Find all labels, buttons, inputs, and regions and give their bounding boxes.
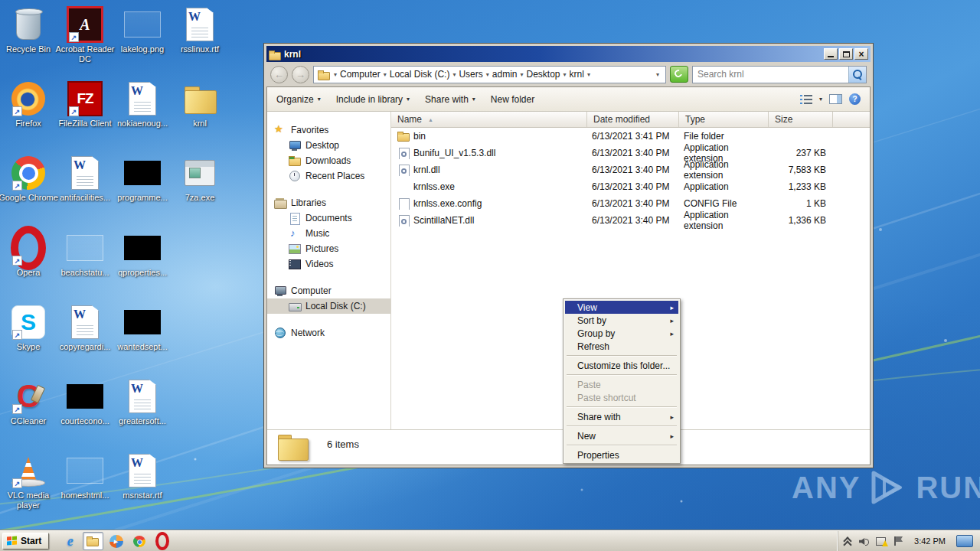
sidebar-item-videos[interactable]: Videos [267,256,390,272]
desktop-icon-opera[interactable]: ↗ Opera [0,230,59,278]
desktop-icon-rsslinux-rtf[interactable]: ↗ rsslinux.rtf [169,6,230,54]
desktop-icon-greatersoft[interactable]: ↗ greatersoft... [112,378,173,426]
close-button[interactable]: × [854,48,868,60]
breadcrumb-computer[interactable]: ▾Computer [332,69,382,80]
navigation-pane: Favorites Desktop Downloads Recent Place… [267,112,391,429]
quicklaunch-media-player[interactable] [106,532,126,550]
file-row-krnl-dll[interactable]: krnl.dll 6/13/2021 3:40 PM Application e… [391,161,870,178]
desktop-icon-google-chrome[interactable]: ↗ Google Chrome [0,155,59,203]
desktop-icon-ccleaner[interactable]: ↗ CCleaner [0,378,59,426]
desktop-icon-recycle-bin[interactable]: ↗ Recycle Bin [0,6,59,54]
desktop-icon-antifacilities[interactable]: ↗ antifacilities... [54,155,116,203]
file-row-bin[interactable]: bin 6/13/2021 3:41 PM File folder [391,128,870,145]
tray-network-warning-icon[interactable] [876,536,887,546]
context-menu-item-view[interactable]: View ▸ [565,301,678,314]
desktop-icon-beachstatu[interactable]: ↗ beachstatu... [54,230,116,278]
desktop-icon-msnstar-rtf[interactable]: ↗ msnstar.rtf [112,452,173,500]
include-in-library-button[interactable]: Include in library▾ [336,94,410,105]
quicklaunch-internet-explorer[interactable] [60,532,80,550]
sidebar-item-libraries[interactable]: Libraries [267,195,390,210]
search-button[interactable] [848,67,866,83]
desktop-icon-krnl[interactable]: ↗ krnl [169,80,230,129]
quicklaunch-chrome[interactable] [129,532,149,550]
maximize-button[interactable] [839,48,853,60]
context-menu-item-new[interactable]: New ▸ [565,429,678,442]
desktop-icon-courtecono[interactable]: ↗ courtecono... [54,378,116,426]
context-menu-item-share-with[interactable]: Share with ▸ [565,410,678,423]
tray-action-center-flag-icon[interactable] [893,536,903,546]
file-row-scintillanet-dll[interactable]: ScintillaNET.dll 6/13/2021 3:40 PM Appli… [391,212,870,229]
search-input[interactable]: Search krnl [692,66,867,83]
sidebar-item-local-disk-c[interactable]: Local Disk (C:) [267,298,390,314]
breadcrumb[interactable]: ▾Computer▾Local Disk (C:)▾Users▾admin▾De… [313,66,666,83]
clock[interactable]: 3:42 PM [914,536,946,546]
preview-pane-icon[interactable] [829,94,842,104]
desktop-icon-wantedsept[interactable]: ↗ wantedsept... [112,304,173,352]
quicklaunch-opera[interactable] [152,532,172,550]
desktop-icon-qproperties[interactable]: ↗ qproperties... [112,230,173,278]
desktop-icon-skype[interactable]: ↗ Skype [0,304,59,352]
column-header-name[interactable]: Name ▲ [391,112,587,127]
column-header-type[interactable]: Type ▲ [679,112,769,127]
sidebar-item-favorites[interactable]: Favorites [267,122,390,138]
context-menu-item-paste-shortcut[interactable]: Paste shortcut ▸ [565,391,678,404]
desktop-icon-acrobat-reader-dc[interactable]: ↗ Acrobat Reader DC [54,6,116,64]
tray-hidden-icons-chevron-icon[interactable] [842,536,853,546]
tray-volume-icon[interactable] [859,536,870,546]
sidebar-item-desktop[interactable]: Desktop [267,138,390,153]
desktop-icon-homeshtml[interactable]: ↗ homeshtml... [54,452,116,500]
file-type-icon [397,165,410,176]
address-history-dropdown-icon[interactable]: ▾ [656,71,662,78]
breadcrumb-admin[interactable]: ▾admin [485,69,519,80]
sidebar-item-network[interactable]: Network [267,325,390,341]
file-row-krnlss-exe-config[interactable]: krnlss.exe.config 6/13/2021 3:40 PM CONF… [391,195,870,212]
change-view-icon[interactable] [800,95,812,104]
column-header-size[interactable]: Size ▲ [769,112,833,127]
sidebar-item-computer[interactable]: Computer [267,283,390,298]
desktop-icon-lakelog-png[interactable]: ↗ lakelog.png [112,6,173,54]
column-header-date-modified[interactable]: Date modified ▲ [587,112,679,127]
breadcrumb-local-disk-c[interactable]: ▾Local Disk (C:) [382,69,452,80]
context-menu-item-paste[interactable]: Paste ▸ [565,378,678,391]
context-menu-item-customize-this-folder[interactable]: Customize this folder... ▸ [565,359,678,372]
sidebar-item-downloads[interactable]: Downloads [267,153,390,168]
desktop-icon-copyregardi[interactable]: ↗ copyregardi... [54,304,116,352]
sidebar-item-music[interactable]: Music [267,226,390,241]
quicklaunch-windows-explorer[interactable] [83,532,103,550]
file-row-bunifu-ui-v1-5-3-dll[interactable]: Bunifu_UI_v1.5.3.dll 6/13/2021 3:40 PM A… [391,145,870,161]
forward-button[interactable]: → [292,66,309,83]
folder-icon [278,435,310,461]
desktop-icon-7za-exe[interactable]: ↗ 7za.exe [169,155,230,203]
context-menu-item-group-by[interactable]: Group by ▸ [565,327,678,340]
help-icon[interactable]: ? [849,93,861,105]
sidebar-item-recent-places[interactable]: Recent Places [267,168,390,184]
context-menu-item-refresh[interactable]: Refresh ▸ [565,340,678,353]
file-row-krnlss-exe[interactable]: krnlss.exe 6/13/2021 3:40 PM Application… [391,178,870,195]
context-menu-item-sort-by[interactable]: Sort by ▸ [565,314,678,327]
desktop-icon-nokiaenoug[interactable]: ↗ nokiaenoug... [112,80,173,129]
file-type-icon [397,215,410,227]
share-with-button[interactable]: Share with▾ [425,94,475,105]
chevron-icon[interactable]: ▾ [587,71,590,78]
context-menu-item-properties[interactable]: Properties ▸ [565,448,678,461]
column-header[interactable]: ▲ [833,112,870,127]
breadcrumb-desktop[interactable]: ▾Desktop [518,69,561,80]
sidebar-item-documents[interactable]: Documents [267,210,390,226]
refresh-button[interactable] [670,66,688,83]
minimize-button[interactable] [824,48,838,60]
back-button[interactable]: ← [270,66,288,83]
show-desktop-button[interactable] [956,535,973,547]
desktop-icon-programme[interactable]: ↗ programme... [112,155,173,203]
window-titlebar[interactable]: krnl × [266,46,871,62]
new-folder-button[interactable]: New folder [491,94,534,105]
start-button[interactable]: Start [2,533,49,549]
desktop-icon-filezilla-client[interactable]: ↗ FileZilla Client [54,80,116,129]
chevron-down-icon[interactable]: ▾ [819,96,822,103]
organize-button[interactable]: Organize▾ [276,94,321,105]
sidebar-item-pictures[interactable]: Pictures [267,241,390,256]
desktop-icon-vlc-media-player[interactable]: ↗ VLC media player [0,452,59,510]
desktop-icon-firefox[interactable]: ↗ Firefox [0,80,59,129]
shortcut-arrow-icon: ↗ [12,478,22,488]
breadcrumb-users[interactable]: ▾Users [451,69,484,80]
breadcrumb-krnl[interactable]: ▾krnl [562,69,586,80]
